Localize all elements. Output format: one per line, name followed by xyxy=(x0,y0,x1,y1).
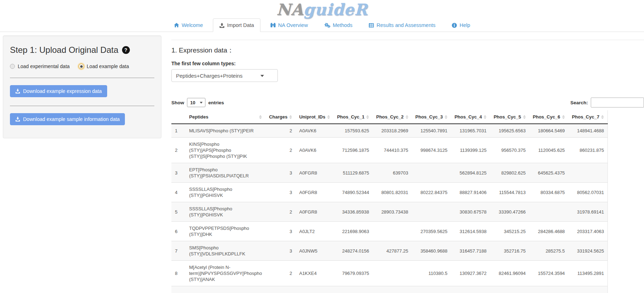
value-cell: 829802.625 xyxy=(490,163,529,183)
tab-label: Welcome xyxy=(182,22,203,28)
download-icon xyxy=(15,89,20,94)
binoculars-icon xyxy=(270,23,276,28)
value-cell: 639703 xyxy=(373,163,412,183)
value-cell: 221698.9063 xyxy=(334,222,373,241)
peptide-cell: SSSSLLAS[Phospho (STY)]PGHISVK xyxy=(186,183,265,202)
tab-na-overview[interactable]: NA Overview xyxy=(264,18,314,32)
entries-value: 10 xyxy=(190,100,195,105)
upload-icon xyxy=(219,23,225,28)
value-cell: 180664.5469 xyxy=(529,124,568,138)
value-cell xyxy=(529,202,568,222)
entries-select[interactable]: 10 xyxy=(187,98,205,107)
column-types-select[interactable]: Peptides+Charges+Proteins xyxy=(171,69,278,82)
column-header-charges[interactable]: Charges xyxy=(265,110,296,124)
value-cell: 82461.96094 xyxy=(490,261,529,286)
uniprot-cell: A0FGR8 xyxy=(296,163,334,183)
peptide-cell: MLISAVS[Phospho (STY)]PEIR xyxy=(186,124,265,138)
value-cell: 312614.5938 xyxy=(451,222,490,241)
value-cell xyxy=(373,261,412,286)
sort-icon xyxy=(484,115,486,119)
value-cell: 79679.09375 xyxy=(334,261,373,286)
value-cell: 203317.4063 xyxy=(568,222,608,241)
logo-text-na: NA xyxy=(276,0,303,18)
download-icon xyxy=(15,117,20,122)
column-header-phos-cyc-2[interactable]: Phos_Cyc_2 xyxy=(373,110,412,124)
value-cell: 88827.91406 xyxy=(451,183,490,202)
column-header-phos-cyc-1[interactable]: Phos_Cyc_1 xyxy=(334,110,373,124)
row-number-cell: 7 xyxy=(171,241,186,261)
datatable-controls: Show 10 entries Search: xyxy=(171,98,644,107)
tab-label: NA Overview xyxy=(278,22,308,28)
divider xyxy=(10,78,154,78)
sort-icon xyxy=(366,115,369,119)
tab-results-assessments[interactable]: Results and Assessments xyxy=(362,18,442,32)
expression-table: Peptides Charges Uniprot_IDs Phos_Cyc_1 … xyxy=(171,110,608,293)
table-row: 3EPT[Phospho (STY)]PSIASDISLPIATQELR3A0F… xyxy=(171,163,608,183)
value-cell: 316457.7188 xyxy=(451,241,490,261)
peptide-cell: EPT[Phospho (STY)]PSIASDISLPIATQELR xyxy=(186,163,265,183)
column-types-value: Peptides+Charges+Proteins xyxy=(176,73,243,79)
nav-tabbar: Welcome Import Data NA Overview Methods xyxy=(0,18,644,32)
column-header-phos-cyc-3[interactable]: Phos_Cyc_3 xyxy=(412,110,451,124)
data-source-radios: Load experimental data Load example data xyxy=(10,63,154,69)
column-header-peptides[interactable]: Peptides xyxy=(186,110,265,124)
question-circle-icon[interactable]: ? xyxy=(122,46,130,54)
home-icon xyxy=(174,23,179,28)
charge-cell: 3 xyxy=(265,222,296,241)
table-row: 4SSSSLLAS[Phospho (STY)]PGHISVK3A0FGR874… xyxy=(171,183,608,202)
uniprot-cell: A0JNW5 xyxy=(296,241,334,261)
tab-methods[interactable]: Methods xyxy=(318,18,359,32)
button-label: Download example expression data xyxy=(23,88,102,94)
charge-cell: 2 xyxy=(265,202,296,222)
tab-label: Help xyxy=(459,22,470,28)
download-expression-data-button[interactable]: Download example expression data xyxy=(10,85,107,97)
cell xyxy=(490,286,529,293)
column-header-phos-cyc-7[interactable]: Phos_Cyc_7 xyxy=(568,110,608,124)
divider xyxy=(171,40,644,40)
table-row: 7SMS[Phospho (STY)]VDLSHIPLKDPLLFK3A0JNW… xyxy=(171,241,608,261)
sort-icon xyxy=(523,115,526,119)
cell xyxy=(296,286,334,293)
sort-icon xyxy=(259,115,262,119)
row-number-cell: 5 xyxy=(171,202,186,222)
value-cell: 203318.2969 xyxy=(373,124,412,138)
value-cell xyxy=(373,222,412,241)
peptide-cell: SSSSLLAS[Phospho (STY)]PGHISVK xyxy=(186,202,265,222)
table-row: 1MLISAVS[Phospho (STY)]PEIR2A0AVK6157593… xyxy=(171,124,608,138)
download-sample-information-button[interactable]: Download example sample information data xyxy=(10,113,125,125)
column-header-phos-cyc-6[interactable]: Phos_Cyc_6 xyxy=(529,110,568,124)
tab-label: Import Data xyxy=(227,22,254,28)
value-cell: 331924.5625 xyxy=(568,241,608,261)
radio-load-example-data[interactable]: Load example data xyxy=(79,63,129,69)
row-number-cell: 8 xyxy=(171,261,186,286)
logo-text-guider: guideR xyxy=(303,0,368,18)
cell xyxy=(186,286,265,293)
value-cell: 345215.25 xyxy=(490,222,529,241)
tab-help[interactable]: Help xyxy=(445,18,477,32)
value-cell: 284286.4688 xyxy=(529,222,568,241)
table-row-partial xyxy=(171,286,608,293)
value-cell: 155724.3594 xyxy=(529,261,568,286)
cell xyxy=(265,286,296,293)
sort-icon xyxy=(601,115,604,119)
column-header-phos-cyc-5[interactable]: Phos_Cyc_5 xyxy=(490,110,529,124)
column-header-uniprot-ids[interactable]: Uniprot_IDs xyxy=(296,110,334,124)
cell xyxy=(568,286,608,293)
tab-welcome[interactable]: Welcome xyxy=(167,18,209,32)
cell xyxy=(412,286,451,293)
uniprot-cell: A0JLT2 xyxy=(296,222,334,241)
column-header-phos-cyc-4[interactable]: Phos_Cyc_4 xyxy=(451,110,490,124)
peptide-cell: SMS[Phospho (STY)]VDLSHIPLKDPLLFK xyxy=(186,241,265,261)
tab-label: Methods xyxy=(333,22,353,28)
value-cell: 80562.07031 xyxy=(568,183,608,202)
sort-icon xyxy=(406,115,408,119)
tab-import-data[interactable]: Import Data xyxy=(213,18,260,32)
panel-title-text: Step 1: Upload Original Data xyxy=(10,45,119,55)
value-cell: 113495.2891 xyxy=(568,261,608,286)
charge-cell: 2 xyxy=(265,124,296,138)
row-number-cell: 1 xyxy=(171,124,186,138)
search-input[interactable] xyxy=(591,98,644,107)
radio-load-experimental-data[interactable]: Load experimental data xyxy=(10,63,70,69)
chevron-down-icon xyxy=(260,75,264,77)
value-cell: 270359.5625 xyxy=(412,222,451,241)
